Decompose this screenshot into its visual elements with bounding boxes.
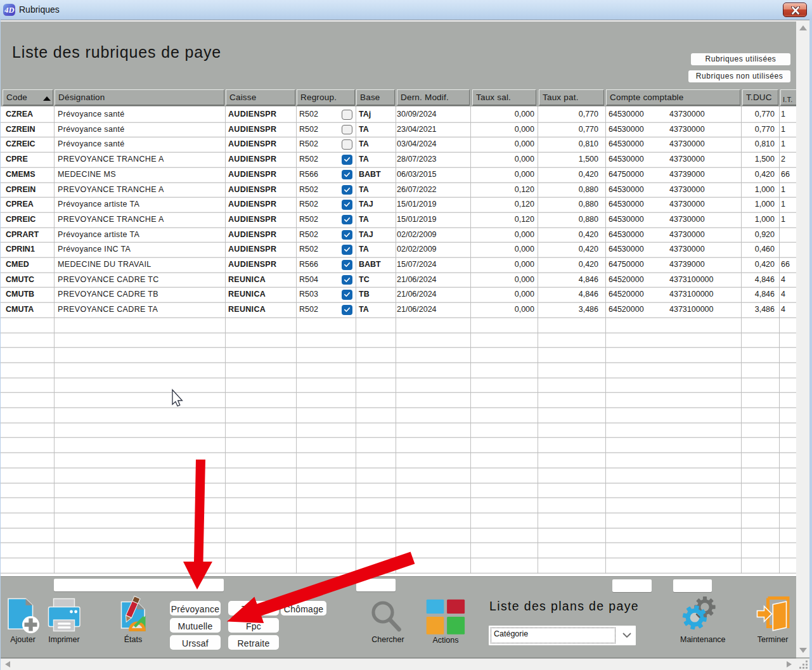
svg-text:4D: 4D: [4, 6, 14, 15]
